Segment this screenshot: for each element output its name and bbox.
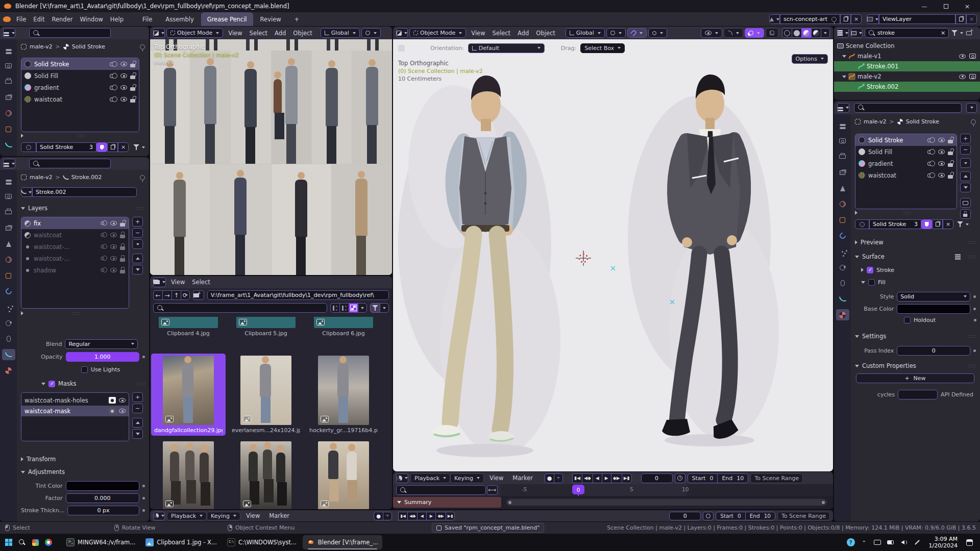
file-search-input[interactable] bbox=[153, 303, 327, 313]
drag-dropdown[interactable]: Select Box bbox=[580, 43, 625, 53]
onion-skin-icon[interactable] bbox=[101, 267, 107, 273]
display-size-dropdown[interactable] bbox=[358, 303, 367, 313]
editor-type-dropdown[interactable] bbox=[153, 512, 165, 520]
outliner-row[interactable]: male-v1 bbox=[834, 51, 980, 61]
expand-caret[interactable] bbox=[842, 55, 846, 58]
transport-button[interactable]: ◆▶ bbox=[611, 473, 622, 483]
filter-settings-dropdown[interactable] bbox=[380, 303, 389, 313]
layer-mask-icon[interactable] bbox=[24, 232, 31, 238]
lock-open-icon[interactable] bbox=[130, 84, 136, 91]
screens-visibility-icon[interactable] bbox=[927, 137, 935, 143]
lock-icon[interactable] bbox=[120, 267, 126, 273]
properties-search-input[interactable] bbox=[29, 159, 111, 168]
material-slot-row[interactable]: waistcoat bbox=[855, 169, 957, 181]
tab-scene[interactable] bbox=[2, 238, 15, 249]
breadcrumb-data[interactable]: Stroke.002 bbox=[71, 174, 102, 181]
menu-item[interactable]: Window bbox=[76, 16, 106, 23]
auto-keying-toggle[interactable]: ● bbox=[374, 512, 383, 520]
new-property-button[interactable]: +New bbox=[856, 373, 974, 383]
transform-orientation-dropdown[interactable]: Global bbox=[321, 28, 360, 38]
cycles-field[interactable] bbox=[898, 390, 938, 399]
preview-panel-title[interactable]: Preview bbox=[861, 239, 884, 246]
material-name-field[interactable]: Solid Stroke3 bbox=[869, 219, 921, 229]
panel-caret[interactable] bbox=[855, 240, 857, 244]
resize-grip[interactable]: :::: bbox=[903, 210, 911, 215]
tab-tool[interactable] bbox=[2, 44, 15, 56]
mask-add-button[interactable]: + bbox=[132, 392, 143, 402]
tab-world[interactable] bbox=[2, 108, 15, 119]
layer-mask-icon[interactable] bbox=[26, 257, 29, 260]
editor-type-dropdown[interactable] bbox=[837, 103, 849, 113]
gp-data-name-field[interactable]: Stroke.002 bbox=[32, 187, 137, 197]
xray-toggle[interactable] bbox=[766, 28, 778, 38]
expand-caret[interactable] bbox=[397, 501, 401, 504]
settings-panel-title[interactable]: Settings bbox=[862, 333, 886, 340]
eye-icon[interactable] bbox=[110, 221, 117, 226]
layer-move-up-button[interactable] bbox=[132, 254, 143, 263]
snap-dropdown[interactable] bbox=[361, 28, 381, 38]
outliner-display-mode-dropdown[interactable] bbox=[837, 28, 849, 38]
tab-world[interactable] bbox=[836, 198, 849, 210]
lock-icon[interactable] bbox=[120, 243, 126, 250]
tab-modifiers[interactable] bbox=[836, 230, 849, 241]
transport-button[interactable]: ▶ bbox=[426, 512, 435, 520]
tab-output[interactable] bbox=[2, 207, 15, 218]
search-icon[interactable] bbox=[16, 537, 28, 548]
animate-dot[interactable] bbox=[973, 308, 976, 310]
file-item[interactable] bbox=[229, 439, 303, 509]
mask-invert-icon[interactable] bbox=[109, 397, 116, 404]
view-menu[interactable]: View bbox=[242, 512, 263, 519]
end-frame-field[interactable]: End10 bbox=[745, 512, 775, 520]
breadcrumb-object[interactable]: male-v2 bbox=[30, 43, 52, 50]
menu-item[interactable]: Select bbox=[246, 30, 271, 37]
outliner-row[interactable]: Stroke.002 bbox=[834, 82, 980, 92]
tab-view-layer[interactable] bbox=[2, 92, 15, 103]
list-filter-caret[interactable] bbox=[21, 311, 23, 315]
onion-skin-icon[interactable] bbox=[101, 232, 107, 238]
panel-caret[interactable] bbox=[21, 207, 25, 210]
shading-material-button[interactable] bbox=[801, 28, 811, 38]
layer-row[interactable]: waistcoat-... bbox=[21, 241, 129, 253]
workspace-tab[interactable]: Review bbox=[254, 12, 287, 26]
tray-chevron-up-icon[interactable]: ⌃ bbox=[859, 537, 870, 548]
animate-dot[interactable] bbox=[974, 319, 976, 321]
file-item[interactable]: Clipboard 6.jpg bbox=[306, 317, 381, 339]
hide-in-viewport-icon[interactable] bbox=[959, 54, 966, 59]
lock-open-icon[interactable] bbox=[948, 172, 953, 179]
shading-dropdown[interactable] bbox=[821, 28, 830, 38]
fake-user-shield-button[interactable] bbox=[921, 219, 932, 229]
tab-material-active[interactable] bbox=[836, 309, 849, 320]
mask-row[interactable]: waistcoat-mask bbox=[21, 406, 129, 416]
tint-color-swatch[interactable] bbox=[66, 481, 139, 491]
workspace-tab[interactable]: + bbox=[288, 12, 306, 26]
tab-object-data-active[interactable] bbox=[2, 349, 15, 360]
menu-item[interactable]: Add bbox=[514, 30, 532, 37]
marker-menu[interactable]: Marker bbox=[265, 512, 293, 519]
properties-search-input[interactable] bbox=[29, 28, 111, 38]
tab-object-data[interactable] bbox=[836, 293, 849, 305]
timeline-ruler[interactable]: ⟷ -50510 0 bbox=[393, 484, 833, 496]
material-slot-row[interactable]: gradient bbox=[855, 158, 957, 169]
breadcrumb-data[interactable]: Solid Stroke bbox=[72, 43, 105, 50]
eye-icon[interactable] bbox=[110, 244, 117, 249]
playhead[interactable]: 0 bbox=[572, 485, 584, 494]
nav-refresh-button[interactable]: ⟳ bbox=[181, 290, 190, 300]
tab-object-data[interactable] bbox=[2, 139, 15, 151]
eye-icon[interactable] bbox=[938, 161, 945, 166]
tab-object[interactable] bbox=[2, 123, 15, 135]
hide-in-viewport-icon[interactable] bbox=[959, 74, 966, 79]
eye-icon[interactable] bbox=[110, 268, 117, 272]
eye-icon[interactable] bbox=[120, 97, 127, 102]
editor-type-dropdown[interactable] bbox=[396, 28, 408, 38]
panel-caret[interactable] bbox=[21, 471, 25, 473]
tab-tool[interactable] bbox=[2, 175, 15, 186]
file-item[interactable]: Clipboard 5.jpg bbox=[229, 317, 303, 339]
editor-type-dropdown[interactable] bbox=[153, 28, 165, 38]
tab-output[interactable] bbox=[2, 76, 15, 87]
eye-icon[interactable] bbox=[120, 73, 127, 78]
auto-keying-toggle[interactable]: ● bbox=[545, 473, 554, 483]
lock-icon[interactable] bbox=[120, 232, 126, 238]
layer-remove-button[interactable]: − bbox=[132, 228, 143, 238]
tab-tool[interactable] bbox=[836, 119, 849, 131]
file-item[interactable] bbox=[151, 439, 226, 509]
